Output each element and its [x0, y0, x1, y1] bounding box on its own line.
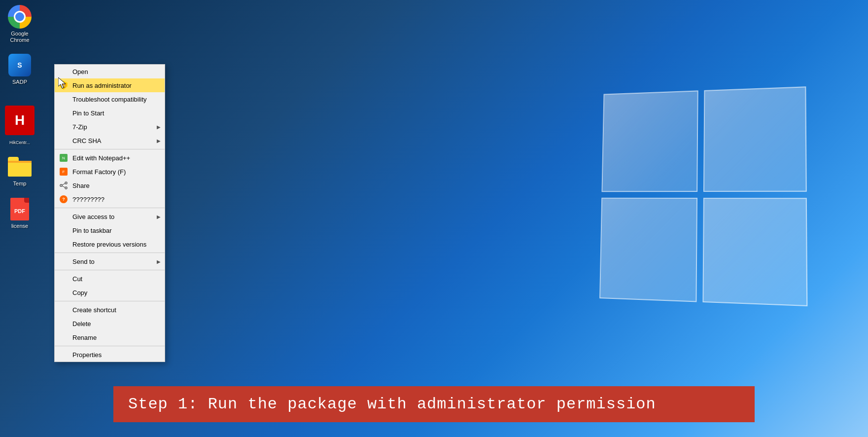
ctx-sep-4	[55, 270, 165, 270]
ctx-create-shortcut[interactable]: Create shortcut	[55, 303, 165, 317]
ctx-crc-sha[interactable]: CRC SHA	[55, 134, 165, 147]
ctx-cut[interactable]: Cut	[55, 272, 165, 286]
ctx-rename[interactable]: Rename	[55, 330, 165, 344]
ctx-delete-label: Delete	[72, 320, 91, 328]
ctx-copy[interactable]: Copy	[55, 286, 165, 299]
desktop-icon-license[interactable]: PDF license	[2, 197, 37, 229]
hikcentral-icon-wrap	[0, 101, 39, 140]
chrome-icon-label: Google Chrome	[2, 31, 37, 43]
svg-line-6	[62, 183, 65, 185]
ctx-troubleshoot-label: Troubleshoot compatibility	[72, 96, 147, 103]
desktop-icon-chrome[interactable]: Google Chrome	[2, 5, 37, 43]
ctx-unknown-label: ?????????	[72, 196, 104, 203]
chrome-icon	[8, 5, 32, 29]
win-panel-br	[702, 198, 807, 306]
ctx-pin-taskbar[interactable]: Pin to taskbar	[55, 223, 165, 237]
context-menu: Open 🔒 Run as administrator Troubleshoot…	[54, 64, 165, 362]
ctx-crc-sha-label: CRC SHA	[72, 137, 102, 145]
ctx-sep-3	[55, 253, 165, 253]
temp-folder-icon	[8, 155, 32, 179]
license-icon-label: license	[11, 223, 28, 229]
ctx-restore-versions[interactable]: Restore previous versions	[55, 237, 165, 251]
svg-point-3	[65, 182, 67, 184]
ctx-rename-label: Rename	[72, 334, 97, 341]
ctx-create-shortcut-label: Create shortcut	[72, 306, 116, 314]
ctx-pin-start[interactable]: Pin to Start	[55, 106, 165, 120]
svg-point-5	[65, 187, 67, 189]
ctx-pin-start-label: Pin to Start	[72, 109, 104, 117]
ctx-properties-label: Properties	[72, 351, 102, 359]
sadp-icon: S	[8, 53, 32, 77]
bottom-banner: Step 1: Run the package with administrat…	[113, 386, 755, 422]
ctx-unknown[interactable]: ? ?????????	[55, 192, 165, 206]
ctx-open-label: Open	[72, 68, 88, 75]
svg-text:🔒: 🔒	[62, 84, 67, 88]
ctx-7zip-label: 7-Zip	[72, 123, 87, 131]
ctx-share[interactable]: Share	[55, 179, 165, 192]
ctx-copy-label: Copy	[72, 289, 87, 296]
desktop-icon-hikcentral[interactable]: HikCentr...	[2, 101, 37, 146]
ctx-sep-6	[55, 346, 165, 346]
ctx-open[interactable]: Open	[55, 65, 165, 78]
format-factory-icon: F	[59, 167, 69, 177]
win-panel-tr	[703, 86, 807, 192]
ctx-properties[interactable]: Properties	[55, 348, 165, 362]
ctx-troubleshoot[interactable]: Troubleshoot compatibility	[55, 92, 165, 106]
desktop-icon-temp[interactable]: Temp	[2, 155, 37, 187]
shield-uac-icon: 🔒	[59, 80, 69, 90]
ctx-7zip[interactable]: 7-Zip	[55, 120, 165, 134]
ctx-notepadpp-label: Edit with Notepad++	[72, 154, 130, 162]
ctx-run-as-admin-label: Run as administrator	[72, 82, 132, 89]
ctx-restore-versions-label: Restore previous versions	[72, 241, 146, 248]
desktop-icon-sadp[interactable]: S SADP	[2, 53, 37, 85]
ctx-share-label: Share	[72, 182, 90, 189]
ctx-give-access[interactable]: Give access to	[55, 210, 165, 223]
ctx-sep-5	[55, 301, 165, 301]
pdf-icon: PDF	[8, 197, 32, 221]
windows-logo-decoration	[597, 89, 804, 301]
ctx-notepadpp[interactable]: N Edit with Notepad++	[55, 151, 165, 165]
ctx-format-factory-label: Format Factory (F)	[72, 168, 126, 176]
unknown-icon: ?	[59, 194, 69, 204]
ctx-send-to-label: Send to	[72, 258, 95, 265]
ctx-cut-label: Cut	[72, 275, 82, 283]
win-panel-bl	[599, 198, 697, 302]
notepadpp-icon: N	[59, 153, 69, 163]
desktop-icons-area: Google Chrome S SADP HikCentr... Temp	[2, 5, 37, 229]
ctx-send-to[interactable]: Send to	[55, 255, 165, 268]
ctx-run-as-admin[interactable]: 🔒 Run as administrator	[55, 78, 165, 92]
ctx-format-factory[interactable]: F Format Factory (F)	[55, 165, 165, 179]
ctx-sep-1	[55, 149, 165, 149]
sadp-icon-label: SADP	[12, 79, 27, 85]
temp-icon-label: Temp	[13, 181, 27, 187]
share-icon	[59, 181, 69, 190]
ctx-give-access-label: Give access to	[72, 213, 114, 220]
hikcentral-icon-label: HikCentr...	[1, 140, 38, 146]
win-panel-tl	[601, 90, 698, 192]
hikcentral-icon	[5, 106, 35, 135]
svg-point-4	[60, 184, 62, 186]
ctx-sep-2	[55, 208, 165, 208]
ctx-pin-taskbar-label: Pin to taskbar	[72, 227, 112, 234]
svg-line-7	[62, 186, 65, 187]
banner-text: Step 1: Run the package with administrat…	[128, 395, 656, 413]
ctx-delete[interactable]: Delete	[55, 317, 165, 330]
